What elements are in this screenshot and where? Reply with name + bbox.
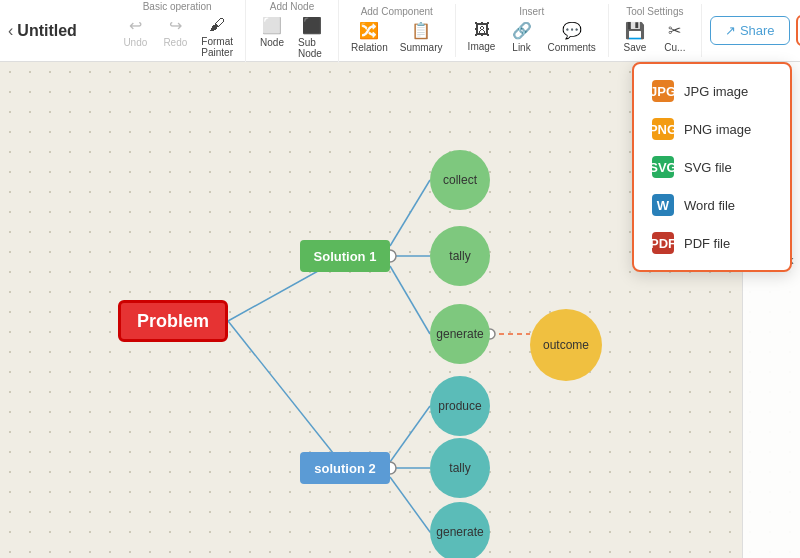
tool-settings-label: Tool Settings bbox=[626, 6, 683, 17]
undo-icon: ↩ bbox=[129, 16, 142, 35]
toolbar-group-add-component: Add Component 🔀Relation 📋Summary bbox=[339, 4, 456, 57]
undo-button[interactable]: ↩Undo bbox=[117, 14, 153, 60]
relation-icon: 🔀 bbox=[359, 21, 379, 40]
format-painter-icon: 🖌 bbox=[209, 16, 225, 34]
tally2-node[interactable]: tally bbox=[430, 438, 490, 498]
save-icon: 💾 bbox=[625, 21, 645, 40]
app-title: Untitled bbox=[17, 22, 97, 40]
toolbar-group-basic-label: Basic operation bbox=[143, 1, 212, 12]
produce-node[interactable]: produce bbox=[430, 376, 490, 436]
svg-line-7 bbox=[390, 477, 430, 532]
summary-button[interactable]: 📋Summary bbox=[396, 19, 447, 55]
export-dropdown: JPG JPG image PNG PNG image SVG SVG file… bbox=[632, 62, 792, 272]
toolbar-group-insert: Insert 🖼Image 🔗Link 💬Comments bbox=[456, 4, 609, 57]
solution2-node[interactable]: solution 2 bbox=[300, 452, 390, 484]
sub-node-button[interactable]: ⬛Sub Node bbox=[294, 14, 330, 61]
insert-label: Insert bbox=[519, 6, 544, 17]
format-painter-button[interactable]: 🖌Format Painter bbox=[197, 14, 237, 60]
svg-icon: SVG bbox=[652, 156, 674, 178]
header: ‹ Untitled Basic operation ↩Undo ↪Redo 🖌… bbox=[0, 0, 800, 62]
export-svg-item[interactable]: SVG SVG file bbox=[634, 148, 790, 186]
insert-buttons: 🖼Image 🔗Link 💬Comments bbox=[464, 19, 600, 55]
svg-line-4 bbox=[390, 266, 430, 334]
cut-icon: ✂ bbox=[668, 21, 681, 40]
comments-icon: 💬 bbox=[562, 21, 582, 40]
svg-line-5 bbox=[390, 406, 430, 462]
basic-buttons: ↩Undo ↪Redo 🖌Format Painter bbox=[117, 14, 237, 60]
back-button[interactable]: ‹ bbox=[8, 19, 13, 43]
tool-settings-buttons: 💾Save ✂Cu... bbox=[617, 19, 693, 55]
summary-icon: 📋 bbox=[411, 21, 431, 40]
relation-button[interactable]: 🔀Relation bbox=[347, 19, 392, 55]
image-icon: 🖼 bbox=[474, 21, 490, 39]
image-button[interactable]: 🖼Image bbox=[464, 19, 500, 55]
generate2-node[interactable]: generate bbox=[430, 502, 490, 558]
right-actions: ↗ Share ⬆ Export bbox=[702, 15, 800, 46]
add-node-buttons: ⬜Node ⬛Sub Node bbox=[254, 14, 330, 61]
add-component-buttons: 🔀Relation 📋Summary bbox=[347, 19, 447, 55]
comments-button[interactable]: 💬Comments bbox=[544, 19, 600, 55]
png-icon: PNG bbox=[652, 118, 674, 140]
share-icon: ↗ bbox=[725, 23, 736, 38]
tally1-node[interactable]: tally bbox=[430, 226, 490, 286]
outcome-node[interactable]: outcome bbox=[530, 309, 602, 381]
add-node-label: Add Node bbox=[270, 1, 314, 12]
solution1-node[interactable]: Solution 1 bbox=[300, 240, 390, 272]
collect-node[interactable]: collect bbox=[430, 150, 490, 210]
toolbar-group-tool-settings: Tool Settings 💾Save ✂Cu... bbox=[609, 4, 702, 57]
export-png-item[interactable]: PNG PNG image bbox=[634, 110, 790, 148]
cut-button[interactable]: ✂Cu... bbox=[657, 19, 693, 55]
problem-node[interactable]: Problem bbox=[118, 300, 228, 342]
link-icon: 🔗 bbox=[512, 21, 532, 40]
export-pdf-item[interactable]: PDF PDF file bbox=[634, 224, 790, 262]
node-button[interactable]: ⬜Node bbox=[254, 14, 290, 61]
sub-node-icon: ⬛ bbox=[302, 16, 322, 35]
jpg-icon: JPG bbox=[652, 80, 674, 102]
save-button[interactable]: 💾Save bbox=[617, 19, 653, 55]
pdf-icon: PDF bbox=[652, 232, 674, 254]
redo-button[interactable]: ↪Redo bbox=[157, 14, 193, 60]
word-icon: W bbox=[652, 194, 674, 216]
export-button[interactable]: ⬆ Export bbox=[796, 15, 800, 46]
export-word-item[interactable]: W Word file bbox=[634, 186, 790, 224]
generate1-node[interactable]: generate bbox=[430, 304, 490, 364]
link-button[interactable]: 🔗Link bbox=[504, 19, 540, 55]
redo-icon: ↪ bbox=[169, 16, 182, 35]
toolbar-group-add-node: Add Node ⬜Node ⬛Sub Node bbox=[246, 0, 339, 63]
svg-line-2 bbox=[390, 180, 430, 246]
toolbar-group-basic: Basic operation ↩Undo ↪Redo 🖌Format Pain… bbox=[109, 0, 246, 62]
node-icon: ⬜ bbox=[262, 16, 282, 35]
add-component-label: Add Component bbox=[361, 6, 433, 17]
export-jpg-item[interactable]: JPG JPG image bbox=[634, 72, 790, 110]
share-button[interactable]: ↗ Share bbox=[710, 16, 790, 45]
svg-line-1 bbox=[228, 321, 345, 468]
